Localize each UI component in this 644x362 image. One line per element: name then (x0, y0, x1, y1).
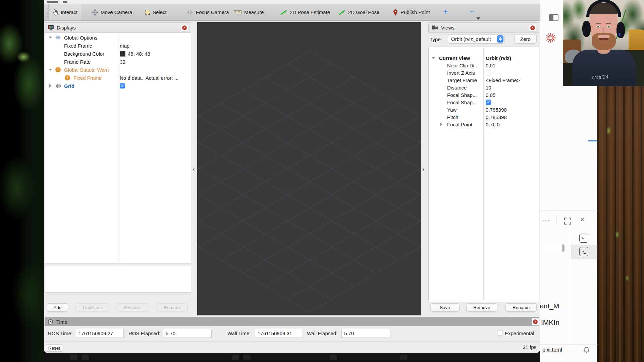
row-label: Focal Point (447, 121, 472, 128)
tool-measure[interactable]: Measure (230, 4, 267, 20)
row-value[interactable]: 10 (486, 84, 491, 91)
row-label: Focal Shap... (447, 91, 477, 99)
color-swatch[interactable] (120, 51, 125, 57)
displays-panel-header: Displays × (45, 22, 191, 33)
ros-elapsed-field[interactable] (163, 329, 212, 338)
tree-row-focal-shape-fixed[interactable]: Focal Shap... ✓ (428, 99, 539, 106)
sidebar-layout-icon[interactable] (549, 14, 558, 21)
dock-icon[interactable] (330, 355, 337, 360)
3d-viewport[interactable] (197, 22, 421, 315)
view-type-dropdown[interactable]: Orbit (rviz_default (448, 34, 505, 44)
tool-select[interactable]: Select (142, 4, 170, 20)
panel-title: Views (441, 25, 454, 31)
row-value[interactable]: 0,785398 (486, 106, 507, 113)
select-box-icon (145, 10, 150, 15)
dock-icon[interactable] (232, 355, 239, 360)
tree-row-grid[interactable]: Grid ✓ (45, 82, 191, 90)
webcam-person-shirt: Con'24 (572, 50, 636, 86)
dock-icon[interactable] (70, 355, 77, 360)
tree-row-global-status[interactable]: ! Global Status: Warn (45, 66, 191, 74)
tree-row-focal-shape-size[interactable]: Focal Shap... 0,05 (428, 91, 539, 99)
ros-time-field[interactable] (76, 329, 124, 338)
tree-row-fixed-frame[interactable]: Fixed Frame map (45, 42, 191, 50)
tool-label: Interact (61, 9, 77, 15)
webcam-person-mouth (599, 38, 608, 40)
chevron-down-icon[interactable] (432, 57, 435, 59)
tree-row-invert-z[interactable]: Invert Z Axis (428, 69, 539, 76)
wall-elapsed-field[interactable] (341, 329, 390, 338)
row-value[interactable]: 48; 48; 48 (128, 50, 150, 58)
tool-2d-goal-pose[interactable]: 2D Goal Pose (335, 4, 383, 20)
invert-z-checkbox[interactable] (486, 70, 491, 75)
grid-enabled-checkbox[interactable]: ✓ (120, 83, 125, 88)
measure-ruler-icon (234, 10, 242, 14)
tree-row-target-frame[interactable]: Target Frame <Fixed Frame> (428, 76, 539, 84)
tree-row-focal-point[interactable]: Focal Point 0; 0; 0 (428, 121, 539, 128)
displays-close-button[interactable]: × (181, 24, 188, 32)
tree-row-pitch[interactable]: Pitch 0,785398 (428, 113, 539, 121)
remove-tool-button[interactable]: − (467, 7, 477, 17)
tool-publish-point[interactable]: Publish Point (389, 4, 433, 20)
close-icon: × (182, 25, 187, 30)
more-actions-icon[interactable]: ··· (542, 216, 550, 224)
reset-button[interactable]: Reset (45, 344, 63, 352)
add-tool-button[interactable]: + (440, 7, 450, 17)
tree-row-yaw[interactable]: Yaw 0,785398 (428, 106, 539, 113)
row-label: Background Color (64, 50, 104, 58)
dock-icon[interactable] (400, 355, 408, 360)
row-value[interactable]: <Fixed Frame> (486, 76, 520, 84)
tool-2d-pose-estimate[interactable]: 2D Pose Estimate (277, 4, 333, 20)
focal-shape-checkbox[interactable]: ✓ (486, 100, 491, 105)
bell-icon[interactable] (583, 347, 590, 353)
chevron-down-icon[interactable] (49, 37, 52, 39)
tool-focus-camera[interactable]: Focus Camera (183, 4, 232, 20)
dock-icon[interactable] (243, 355, 251, 360)
row-value[interactable]: 0,05 (486, 91, 495, 99)
row-value[interactable]: 0,01 (486, 62, 495, 69)
collapse-left-panel-arrow[interactable]: ‹ (193, 166, 195, 173)
zero-button[interactable]: Zero (514, 35, 537, 44)
save-view-button[interactable]: Save (430, 303, 460, 312)
headphones-right-cup (616, 22, 625, 38)
tool-interact[interactable]: Interact (48, 4, 81, 20)
time-close-button[interactable]: × (532, 318, 539, 325)
row-value[interactable]: 30 (120, 58, 125, 66)
experimental-checkbox[interactable] (497, 330, 502, 336)
row-label: Fixed Frame (73, 74, 102, 82)
tree-row-distance[interactable]: Distance 10 (428, 84, 539, 91)
ros-elapsed-label: ROS Elapsed: (128, 330, 160, 336)
ground-grid (198, 22, 421, 315)
chevron-right-icon[interactable] (49, 84, 51, 87)
collapse-right-panel-arrow[interactable]: › (422, 166, 424, 173)
tree-row-frame-rate[interactable]: Frame Rate 30 (45, 58, 191, 66)
tree-row-current-view[interactable]: Current View Orbit (rviz) (428, 54, 539, 62)
add-display-button[interactable]: Add (47, 303, 68, 312)
row-value[interactable]: map (120, 42, 129, 50)
tree-row-background-color[interactable]: Background Color 48; 48; 48 (45, 50, 191, 58)
rename-view-button[interactable]: Rename (505, 303, 537, 312)
divider (570, 229, 570, 353)
displays-help-area (45, 266, 191, 293)
row-label: Pitch (447, 113, 458, 121)
tree-row-global-options[interactable]: Global Options (45, 34, 191, 42)
row-value[interactable]: 0; 0; 0 (486, 121, 500, 128)
tool-move-camera[interactable]: Move Camera (88, 4, 136, 20)
expand-icon[interactable] (564, 217, 572, 225)
terminal-icon[interactable]: >_ (579, 234, 588, 243)
divider (540, 344, 597, 345)
scrollbar-thumb[interactable] (562, 244, 565, 252)
views-panel-header: Views × (428, 22, 539, 33)
terminal-icon[interactable]: >_ (579, 247, 588, 256)
chevron-right-icon[interactable] (440, 123, 442, 126)
tree-row-near-clip[interactable]: Near Clip Di... 0,01 (428, 62, 539, 69)
dock-icon[interactable] (82, 355, 89, 360)
starburst-icon[interactable] (546, 33, 556, 43)
tree-row-fixed-frame-warn[interactable]: ! Fixed Frame No tf data. Actual error: … (45, 74, 191, 82)
row-value[interactable]: 0,785398 (486, 113, 507, 121)
remove-view-button[interactable]: Remove (466, 303, 497, 312)
chevron-down-icon[interactable] (49, 69, 52, 71)
toolbar-overflow-chevron-icon[interactable] (476, 17, 480, 20)
wall-time-field[interactable] (255, 329, 303, 338)
views-close-button[interactable]: × (529, 24, 536, 32)
close-icon[interactable]: × (580, 215, 584, 224)
